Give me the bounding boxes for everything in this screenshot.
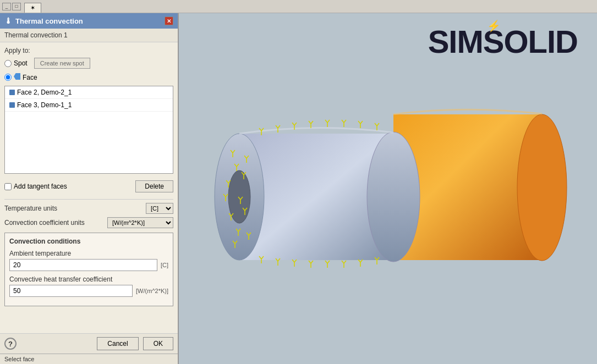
face-tag-icon-1: [9, 90, 15, 95]
face-list: Face 2, Demo-2_1 Face 3, Demo-1_1: [4, 86, 173, 174]
face-label: Face: [14, 73, 37, 81]
heat-transfer-label: Convective heat transfer coefficient: [9, 275, 168, 283]
ambient-temp-input[interactable]: [9, 259, 157, 271]
thermal-icon: 🌡: [4, 16, 12, 25]
ambient-temp-unit: [C]: [161, 262, 168, 268]
face-shape-icon: [14, 73, 20, 80]
left-panel: 🌡 Thermal convection ✕ Thermal convectio…: [0, 13, 179, 364]
heat-transfer-unit: [W/(m^2*K)]: [136, 288, 168, 294]
face-option[interactable]: Face: [4, 73, 37, 81]
footer-buttons: Cancel OK: [97, 337, 173, 350]
separator-1: [4, 199, 173, 200]
svg-line-58: [325, 261, 327, 263]
spot-label: Spot: [14, 59, 28, 67]
minimize-button[interactable]: _: [2, 3, 11, 10]
simsolid-logo: SIMS⚡OLID: [428, 23, 578, 60]
conditions-title: Convection conditions: [9, 238, 168, 245]
help-button[interactable]: ?: [4, 338, 17, 350]
title-bar-icons: _ □: [2, 3, 21, 10]
tab-active[interactable]: ✶: [24, 3, 41, 13]
bottom-row: Add tangent faces Delete: [4, 178, 173, 195]
face-item-2-label: Face 3, Demo-1_1: [17, 101, 72, 109]
ambient-temp-row: Ambient temperature [C]: [9, 250, 168, 271]
heat-transfer-input[interactable]: [9, 285, 133, 297]
temperature-units-label: Temperature units: [4, 205, 57, 212]
spot-radio[interactable]: [4, 60, 12, 67]
cancel-button[interactable]: Cancel: [97, 337, 138, 350]
list-item[interactable]: Face 2, Demo-2_1: [5, 86, 173, 99]
apply-to-label: Apply to:: [4, 47, 173, 54]
svg-line-38: [344, 120, 346, 123]
create-new-spot-button[interactable]: Create new spot: [34, 58, 90, 69]
heat-transfer-row: Convective heat transfer coefficient [W/…: [9, 275, 168, 297]
panel-subtitle: Thermal convection 1: [0, 29, 178, 42]
temperature-units-select[interactable]: [C] [K] [F]: [146, 203, 173, 214]
convection-conditions-box: Convection conditions Ambient temperatur…: [4, 233, 173, 306]
svg-line-55: [309, 261, 311, 263]
panel-title: Thermal convection: [15, 17, 83, 25]
3d-scene: [195, 62, 580, 337]
tab-strip: ✶: [24, 0, 41, 13]
svg-line-29: [294, 123, 297, 125]
delete-button[interactable]: Delete: [135, 180, 173, 192]
panel-footer: ? Cancel OK: [0, 333, 178, 354]
svg-line-62: [344, 261, 346, 263]
spot-option[interactable]: Spot: [4, 59, 28, 67]
svg-line-25: [276, 125, 278, 128]
svg-line-59: [327, 261, 330, 263]
right-viewport: SIMS⚡OLID: [179, 13, 597, 364]
panel-header-left: 🌡 Thermal convection: [4, 16, 83, 25]
temperature-units-row: Temperature units [C] [K] [F]: [4, 203, 173, 214]
svg-line-28: [292, 123, 294, 125]
face-tag-icon-2: [9, 102, 15, 108]
status-text: Select face: [4, 356, 34, 362]
convection-units-label: Convection coefficient units: [4, 219, 85, 227]
svg-line-61: [342, 261, 344, 263]
svg-line-56: [311, 261, 313, 263]
convection-units-row: Convection coefficient units [W/(m^2*K)]: [4, 217, 173, 228]
apply-to-options: Spot Create new spot: [4, 58, 173, 69]
svg-line-37: [342, 120, 344, 123]
heat-transfer-input-row: [W/(m^2*K)]: [9, 285, 168, 297]
svg-line-34: [325, 120, 327, 123]
face-item-1-label: Face 2, Demo-2_1: [17, 89, 72, 96]
list-item[interactable]: Face 3, Demo-1_1: [5, 99, 173, 112]
svg-point-4: [517, 114, 567, 261]
status-bar: Select face: [0, 354, 178, 364]
tangent-label: Add tangent faces: [14, 183, 67, 190]
tab-star-icon: ✶: [30, 4, 35, 12]
main-layout: 🌡 Thermal convection ✕ Thermal convectio…: [0, 13, 597, 364]
svg-line-31: [309, 121, 311, 124]
svg-point-3: [367, 132, 420, 262]
face-option-row: Face: [4, 73, 173, 81]
svg-line-40: [358, 121, 360, 124]
tangent-checkbox[interactable]: [4, 183, 12, 190]
svg-line-44: [377, 123, 379, 126]
svg-line-35: [327, 120, 330, 123]
face-radio[interactable]: [4, 74, 12, 81]
panel-close-button[interactable]: ✕: [165, 16, 173, 25]
svg-line-32: [311, 121, 313, 124]
ambient-temp-label: Ambient temperature: [9, 250, 168, 257]
simsolid-logo-container: SIMS⚡OLID: [428, 23, 578, 60]
ambient-temp-input-row: [C]: [9, 259, 168, 271]
svg-line-41: [360, 121, 363, 124]
add-tangent-faces-checkbox[interactable]: Add tangent faces: [4, 183, 67, 190]
app-title-bar: _ □ ✶: [0, 0, 597, 13]
panel-header: 🌡 Thermal convection ✕: [0, 13, 178, 29]
svg-line-43: [375, 123, 377, 126]
convection-units-select[interactable]: [W/(m^2*K)]: [107, 217, 173, 228]
ok-button[interactable]: OK: [143, 337, 173, 350]
restore-button[interactable]: □: [12, 3, 21, 10]
cylinder-svg: [195, 62, 580, 337]
svg-line-26: [278, 125, 280, 128]
panel-content: Apply to: Spot Create new spot Face: [0, 42, 178, 333]
